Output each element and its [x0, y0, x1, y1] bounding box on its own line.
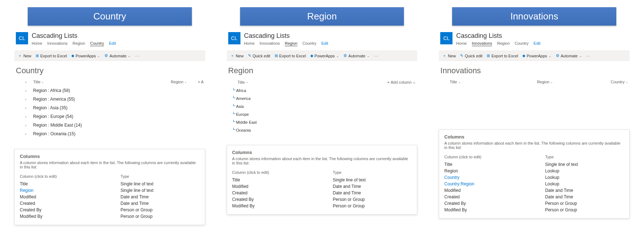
site-title[interactable]: Cascading Lists [32, 32, 116, 40]
nav-home[interactable]: Home [456, 41, 467, 46]
site-title[interactable]: Cascading Lists [456, 32, 540, 40]
column-type: Person or Group [121, 207, 200, 213]
col-region[interactable]: Region⌄ [171, 80, 187, 84]
column-name[interactable]: Created By [20, 207, 99, 213]
column-name[interactable]: Created By [444, 200, 523, 207]
col-type-header: Type [121, 174, 200, 179]
nav-home[interactable]: Home [32, 41, 42, 46]
chevron-right-icon: › [25, 132, 30, 136]
nav-edit[interactable]: Edit [533, 41, 540, 46]
site-title[interactable]: Cascading Lists [244, 32, 328, 40]
cmd-automate[interactable]: ⚙Automate⌄ [343, 53, 370, 58]
column-type: Date and Time [333, 183, 412, 190]
cmd-powerapps[interactable]: ◆PowerApps⌄ [522, 53, 551, 58]
cmd-quickedit[interactable]: ✎Quick edit [460, 53, 482, 58]
nav-region[interactable]: Region [73, 41, 85, 46]
nav-region[interactable]: Region [497, 41, 510, 46]
group-row[interactable]: ›Region : Asia (35) [14, 104, 205, 112]
nav-region[interactable]: Region [285, 41, 297, 46]
column-name[interactable]: Title [20, 181, 99, 187]
chevron-down-icon: ⌄ [550, 80, 553, 84]
cmd-new[interactable]: ＋New [230, 53, 244, 58]
column-name[interactable]: Modified [444, 187, 523, 194]
column-name[interactable]: Modified By [20, 213, 99, 220]
chevron-down-icon: ⌄ [367, 54, 370, 58]
cmd-export[interactable]: ⊞Export to Excel [487, 53, 518, 58]
col-type-header: Type [333, 170, 412, 175]
expand-all-icon[interactable]: › [25, 80, 30, 84]
excel-icon: ⊞ [36, 53, 39, 58]
cmd-new[interactable]: ＋New [442, 53, 456, 58]
chevron-down-icon: ⌄ [413, 80, 416, 84]
column-name[interactable]: Modified [20, 194, 99, 200]
cmd-powerapps[interactable]: ◆PowerApps⌄ [71, 53, 100, 58]
nav-edit[interactable]: Edit [321, 41, 328, 46]
add-column[interactable]: + Add column ⌄ [387, 80, 416, 84]
column-type: Lookup [545, 181, 624, 187]
site-icon[interactable]: CL [228, 32, 240, 44]
banner-country: Country [28, 7, 192, 26]
list-item[interactable]: Europe [227, 110, 418, 118]
column-name[interactable]: Created [444, 194, 523, 200]
list-item[interactable]: Oceania [227, 126, 418, 134]
group-row[interactable]: ›Region : Africa (58) [14, 86, 205, 95]
column-name[interactable]: Modified [232, 183, 311, 190]
list-item[interactable]: America [227, 94, 418, 102]
nav-edit[interactable]: Edit [109, 41, 116, 46]
nav-innovations[interactable]: Innovations [260, 41, 280, 46]
site-header: CL Cascading Lists Home Innovations Regi… [439, 32, 630, 48]
site-icon[interactable]: CL [440, 32, 452, 44]
col-country[interactable]: Country⌄ [611, 80, 628, 84]
nav-country[interactable]: Country [302, 41, 316, 46]
column-name[interactable]: Title [232, 177, 311, 183]
col-add[interactable]: + A [198, 80, 203, 84]
nav-innovations[interactable]: Innovations [47, 41, 67, 46]
cmd-more[interactable]: ··· [135, 54, 139, 58]
group-row[interactable]: ›Region : Europe (54) [14, 112, 205, 121]
group-row[interactable]: ›Region : Oceania (15) [14, 129, 205, 138]
cmd-more[interactable]: ··· [374, 54, 378, 58]
cmd-powerapps[interactable]: ◆PowerApps⌄ [310, 53, 339, 58]
column-name[interactable]: Region [20, 187, 99, 194]
column-name[interactable]: Created [20, 200, 99, 207]
list-item[interactable]: Africa [227, 87, 418, 94]
chevron-right-icon: › [25, 106, 30, 110]
page-title: Region [228, 66, 416, 75]
nav-country[interactable]: Country [515, 41, 529, 46]
list-item[interactable]: Middle East [227, 118, 418, 126]
col-title[interactable]: Title⌄ [450, 80, 460, 84]
col-title[interactable]: Title⌄ [33, 80, 44, 84]
col-region[interactable]: Region⌄ [537, 80, 553, 84]
column-name[interactable]: Country:Region [444, 181, 523, 187]
cmd-automate[interactable]: ⚙Automate⌄ [104, 53, 131, 58]
nav-country[interactable]: Country [90, 41, 104, 46]
column-name[interactable]: Modified By [232, 203, 311, 209]
column-name[interactable]: Country [444, 174, 523, 181]
site-icon[interactable]: CL [16, 32, 28, 44]
list-header: › Title⌄ Region⌄ + A [14, 78, 205, 86]
panel-innovations: Innovations CL Cascading Lists Home Inno… [439, 7, 630, 219]
group-label: Region : Oceania (15) [33, 131, 75, 136]
cmd-export[interactable]: ⊞Export to Excel [36, 53, 67, 58]
column-name[interactable]: Created [232, 190, 311, 196]
cmd-automate[interactable]: ⚙Automate⌄ [556, 53, 582, 58]
command-bar: ＋New ✎Quick edit ⊞Export to Excel ◆Power… [439, 50, 630, 61]
excel-icon: ⊞ [275, 53, 278, 58]
group-row[interactable]: ›Region : Middle East (14) [14, 121, 205, 129]
column-name[interactable]: Region [444, 168, 523, 174]
cmd-more[interactable]: ··· [586, 54, 591, 58]
col-title[interactable]: Title⌄ [238, 80, 248, 84]
nav-home[interactable]: Home [244, 41, 255, 46]
flow-icon: ⚙ [556, 53, 559, 58]
group-row[interactable]: ›Region : America (55) [14, 95, 205, 104]
column-name[interactable]: Modified By [444, 207, 523, 213]
column-type: Single line of text [333, 177, 412, 183]
nav-innovations[interactable]: Innovations [472, 41, 492, 46]
cmd-quickedit[interactable]: ✎Quick edit [248, 53, 270, 58]
chevron-right-icon: › [25, 115, 30, 119]
column-name[interactable]: Created By [232, 196, 311, 203]
list-item[interactable]: Asia [227, 102, 418, 110]
column-name[interactable]: Title [444, 161, 523, 168]
cmd-new[interactable]: ＋New [18, 53, 31, 58]
cmd-export[interactable]: ⊞Export to Excel [275, 53, 306, 58]
